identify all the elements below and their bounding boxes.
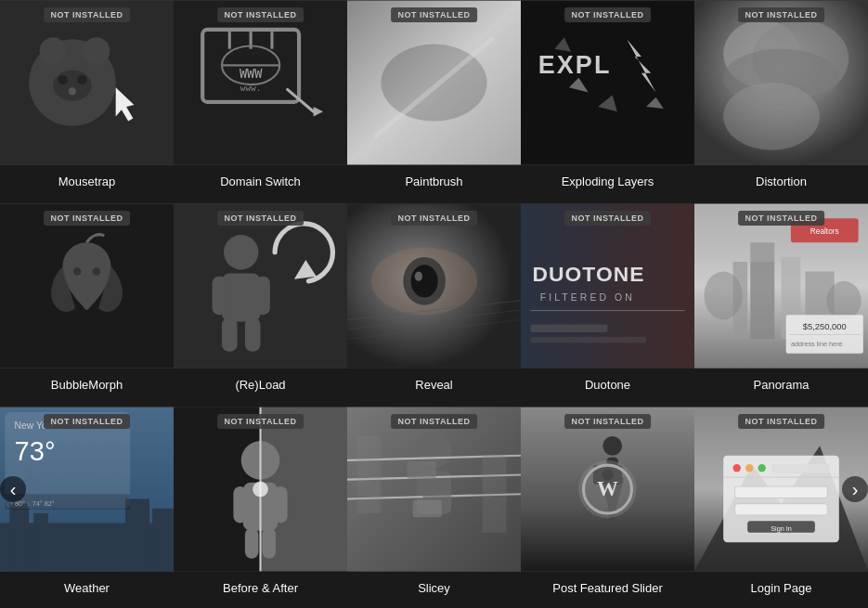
svg-rect-44 xyxy=(255,277,270,316)
svg-rect-63 xyxy=(530,337,646,343)
svg-rect-61 xyxy=(530,310,684,311)
plugin-name-duotone: Duotone xyxy=(585,378,630,392)
not-installed-badge-reload: NOT INSTALLED xyxy=(217,211,304,226)
svg-rect-135 xyxy=(723,477,839,478)
next-page-arrow[interactable]: › xyxy=(842,476,868,502)
plugin-grid-wrapper: NOT INSTALLEDMousetrap WWW www. NOT INST… xyxy=(0,0,868,608)
plugin-item-distortion[interactable]: NOT INSTALLEDDistortion xyxy=(694,0,868,203)
plugin-item-postfeaturedslider[interactable]: W NOT INSTALLEDPost Featured Slider xyxy=(521,407,694,608)
svg-rect-115 xyxy=(482,456,506,533)
svg-rect-113 xyxy=(413,500,442,518)
not-installed-badge-beforeafter: NOT INSTALLED xyxy=(217,414,304,429)
not-installed-badge-reveal: NOT INSTALLED xyxy=(391,211,478,226)
plugin-item-bubblemorph[interactable]: NOT INSTALLEDBubbleMorph xyxy=(0,203,174,407)
plugin-thumbnail-postfeaturedslider: W NOT INSTALLED xyxy=(521,407,694,572)
plugin-thumbnail-panorama: Realtors $5,250,000 address line here NO… xyxy=(694,203,868,369)
svg-text:Realtors: Realtors xyxy=(810,226,839,236)
plugin-thumbnail-loginpage: Sign In NOT INSTALLED› xyxy=(694,407,868,572)
svg-point-133 xyxy=(758,464,766,472)
svg-rect-99 xyxy=(274,486,288,523)
svg-text:EXPL: EXPL xyxy=(538,51,612,79)
svg-rect-112 xyxy=(422,481,451,498)
svg-point-3 xyxy=(83,37,110,64)
svg-rect-136 xyxy=(735,486,828,498)
svg-point-103 xyxy=(253,482,268,498)
plugin-item-panorama[interactable]: Realtors $5,250,000 address line here NO… xyxy=(694,203,868,407)
plugin-name-paintbrush: Paintbrush xyxy=(405,175,462,188)
svg-rect-77 xyxy=(789,334,861,335)
plugin-name-beforeafter: Before & After xyxy=(223,581,298,595)
plugin-thumbnail-reveal: NOT INSTALLED xyxy=(347,203,521,369)
svg-text:WWW: WWW xyxy=(240,66,263,81)
plugin-name-reveal: Reveal xyxy=(415,378,452,392)
svg-rect-98 xyxy=(233,486,247,523)
not-installed-badge-mousetrap: NOT INSTALLED xyxy=(44,7,131,22)
svg-text:address line here: address line here xyxy=(791,341,843,349)
not-installed-badge-bubblemorph: NOT INSTALLED xyxy=(44,211,131,226)
plugin-name-mousetrap: Mousetrap xyxy=(58,175,115,188)
plugin-item-weather[interactable]: New York 73° ↑ 80° ↓ 74° 82° NOT INSTALL… xyxy=(0,407,174,608)
svg-point-2 xyxy=(40,37,67,64)
svg-point-7 xyxy=(69,87,76,95)
plugin-item-beforeafter[interactable]: NOT INSTALLEDBefore & After xyxy=(174,407,347,608)
svg-point-72 xyxy=(826,281,861,320)
svg-text:73°: 73° xyxy=(15,436,56,466)
plugin-thumbnail-explodinglayers: EXPL NOT INSTALLED xyxy=(521,0,694,165)
svg-rect-114 xyxy=(356,436,381,513)
svg-point-131 xyxy=(733,464,741,472)
svg-rect-134 xyxy=(771,464,829,472)
svg-point-6 xyxy=(77,75,86,84)
not-installed-badge-postfeaturedslider: NOT INSTALLED xyxy=(564,414,652,429)
prev-page-arrow[interactable]: ‹ xyxy=(0,476,26,502)
not-installed-badge-duotone: NOT INSTALLED xyxy=(564,211,652,226)
plugin-item-reload[interactable]: NOT INSTALLED(Re)Load xyxy=(174,203,347,407)
svg-point-117 xyxy=(602,436,622,456)
svg-rect-24 xyxy=(521,1,694,165)
not-installed-badge-distortion: NOT INSTALLED xyxy=(738,7,825,22)
svg-point-39 xyxy=(93,267,100,275)
svg-rect-46 xyxy=(245,317,261,351)
plugin-name-loginpage: Login Page xyxy=(751,581,812,595)
svg-text:Sign In: Sign In xyxy=(771,524,792,533)
not-installed-badge-paintbrush: NOT INSTALLED xyxy=(391,7,478,22)
svg-rect-45 xyxy=(222,317,238,351)
svg-point-4 xyxy=(53,71,92,101)
plugin-thumbnail-bubblemorph: NOT INSTALLED xyxy=(0,203,174,369)
svg-point-41 xyxy=(224,235,258,269)
plugin-thumbnail-weather: New York 73° ↑ 80° ↓ 74° 82° NOT INSTALL… xyxy=(0,407,174,572)
plugin-thumbnail-distortion: NOT INSTALLED xyxy=(694,0,868,165)
not-installed-badge-loginpage: NOT INSTALLED xyxy=(738,414,825,429)
plugin-item-loginpage[interactable]: Sign In NOT INSTALLED›Login Page xyxy=(694,407,868,608)
plugin-thumbnail-slicey: NOT INSTALLED xyxy=(347,407,521,572)
svg-point-132 xyxy=(745,464,753,472)
plugin-name-bubblemorph: BubbleMorph xyxy=(51,378,123,392)
plugin-name-slicey: Slicey xyxy=(418,581,450,595)
plugin-item-mousetrap[interactable]: NOT INSTALLEDMousetrap xyxy=(0,0,174,203)
plugin-thumbnail-domainswitch: WWW www. NOT INSTALLED xyxy=(174,0,347,165)
plugin-item-paintbrush[interactable]: NOT INSTALLEDPaintbrush xyxy=(347,0,521,203)
not-installed-badge-domainswitch: NOT INSTALLED xyxy=(217,7,304,22)
plugin-name-panorama: Panorama xyxy=(754,378,810,392)
plugin-grid: NOT INSTALLEDMousetrap WWW www. NOT INST… xyxy=(0,0,868,608)
not-installed-badge-slicey: NOT INSTALLED xyxy=(391,414,478,429)
plugin-name-explodinglayers: Exploding Layers xyxy=(562,175,654,188)
plugin-item-explodinglayers[interactable]: EXPL NOT INSTALLEDExploding Layers xyxy=(521,0,694,203)
svg-rect-58 xyxy=(521,204,694,369)
svg-rect-86 xyxy=(125,499,149,572)
plugin-name-weather: Weather xyxy=(64,581,110,595)
not-installed-badge-explodinglayers: NOT INSTALLED xyxy=(564,7,652,22)
plugin-item-domainswitch[interactable]: WWW www. NOT INSTALLEDDomain Switch xyxy=(174,0,347,203)
plugin-thumbnail-beforeafter: NOT INSTALLED xyxy=(174,407,347,572)
svg-rect-43 xyxy=(213,277,227,316)
plugin-item-duotone[interactable]: DUOTONE FILTERED ON NOT INSTALLEDDuotone xyxy=(521,203,694,407)
plugin-item-slicey[interactable]: NOT INSTALLEDSlicey xyxy=(347,407,521,608)
svg-rect-100 xyxy=(245,528,259,559)
svg-rect-62 xyxy=(530,325,607,332)
svg-text:W: W xyxy=(597,478,618,501)
plugin-thumbnail-mousetrap: NOT INSTALLED xyxy=(0,0,174,165)
plugin-item-reveal[interactable]: NOT INSTALLEDReveal xyxy=(347,203,521,407)
svg-rect-84 xyxy=(9,504,29,572)
plugin-name-reload: (Re)Load xyxy=(235,378,285,392)
svg-point-5 xyxy=(58,75,67,84)
not-installed-badge-weather: NOT INSTALLED xyxy=(44,414,131,429)
